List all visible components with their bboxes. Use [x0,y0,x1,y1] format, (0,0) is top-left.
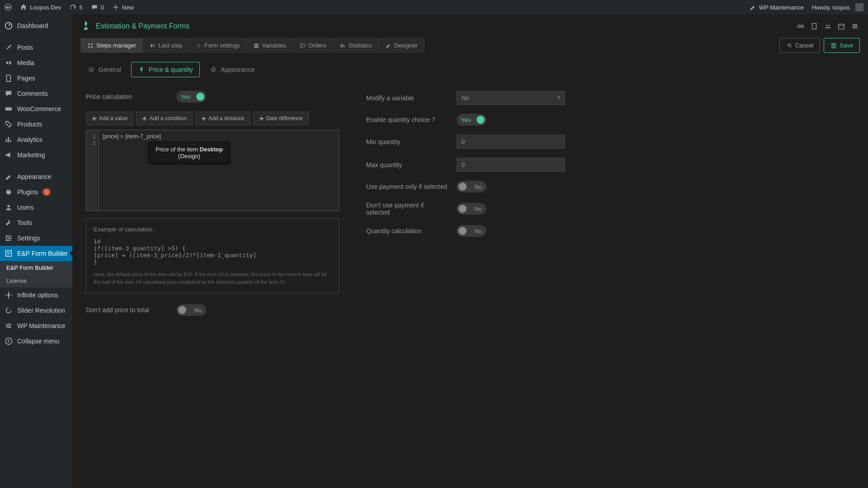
toolbar-laststep[interactable]: Last step [143,38,189,52]
svg-point-19 [198,44,199,46]
svg-rect-15 [91,43,93,45]
toolbar-designer[interactable]: Designer [379,38,424,52]
svg-rect-14 [88,43,90,45]
svg-rect-18 [154,43,154,47]
tab-general[interactable]: General [81,62,127,77]
tab-appearance[interactable]: Appearance [203,62,261,77]
tooltip: Price of the item Desktop(Design) [149,142,230,164]
svg-point-25 [90,69,92,70]
label-min-qty: Min quantity [366,138,448,145]
avatar [855,3,863,11]
label-max-qty: Max quantity [366,161,448,169]
sidebar-slider[interactable]: Slider Revolution [0,303,72,318]
svg-rect-13 [839,24,844,29]
updates-link[interactable]: 5 [69,4,82,11]
label-use-payment: Use payment only if selected [366,183,448,190]
document-icon[interactable] [810,22,818,30]
example-note: Here, the default price of the item will… [94,271,331,286]
toolbar-statistics[interactable]: Statistics [333,38,379,52]
toggle-dont-add[interactable]: No [176,304,206,316]
tab-price[interactable]: Price & quantity [131,62,200,77]
label-dont-add: Don't add price to total [86,306,167,314]
svg-rect-21 [254,45,259,46]
calendar-icon[interactable] [837,22,845,30]
svg-rect-23 [300,43,305,47]
label-enable-qty: Enable quantity choice ? [366,116,448,123]
sidebar-appearance[interactable]: Appearance [0,169,72,184]
svg-point-7 [5,338,12,344]
input-min-qty[interactable] [457,135,565,149]
sidebar-plugins[interactable]: Plugins1 [0,184,72,200]
add-distance-button[interactable]: Add a distance [195,112,250,125]
plugins-badge: 1 [42,188,51,196]
svg-point-2 [6,61,9,64]
add-condition-button[interactable]: Add a condition [136,112,193,125]
howdy-link[interactable]: Howdy, loopus [812,3,863,11]
add-value-button[interactable]: Add a value [86,112,133,125]
example-box: Example of calculation : 10 if([item-3_q… [86,218,339,293]
sidebar-media[interactable]: Media [0,55,72,70]
toggle-price-calc[interactable]: Yes [176,91,206,103]
sidebar-infinite[interactable]: Infinite options [0,287,72,303]
toggle-enable-qty[interactable]: Yes [457,114,486,126]
svg-rect-22 [254,47,259,47]
sidebar-settings[interactable]: Settings [0,230,72,246]
toolbar-orders[interactable]: Orders [293,38,333,52]
sidebar-dashboard[interactable]: Dashboard [0,18,72,33]
sidebar-pages[interactable]: Pages [0,70,72,86]
site-link[interactable]: Loopus Dev [20,4,61,11]
plugin-logo-icon [81,20,90,33]
sidebar-epform-sub[interactable]: E&P Form Builder [0,261,72,274]
sidebar-epform[interactable]: E&P Form Builder [0,246,72,261]
sidebar-marketing[interactable]: Marketing [0,147,72,163]
code-editor[interactable]: 12 [price] = [item-7_price] Price of the… [86,130,339,211]
sidebar-posts[interactable]: Posts [0,40,72,55]
sidebar-tools[interactable]: Tools [0,215,72,230]
code-text: [price] = [item-7_price] [103,133,161,140]
admin-topbar: Loopus Dev 5 0 New WP Maintenance Howdy,… [0,0,868,14]
svg-point-8 [798,25,800,27]
toolbar-variables[interactable]: Variables [247,38,293,52]
sidebar-collapse[interactable]: Collapse menu [0,333,72,349]
wpm-link[interactable]: WP Maintenance [749,4,804,11]
sidebar-analytics[interactable]: Analytics [0,132,72,147]
label-dont-use-payment: Don't use payment if selected [366,202,448,216]
sidebar-license[interactable]: License [0,274,72,287]
svg-point-4 [7,205,9,207]
cancel-button[interactable]: Cancel [779,38,820,53]
line-gutter: 12 [86,130,99,211]
toggle-qty-calc[interactable]: No [457,225,486,237]
content-area: Estimation & Payment Forms Steps manager… [72,14,868,488]
svg-point-12 [828,24,830,26]
admin-sidebar: Dashboard Posts Media Pages Comments Woo… [0,14,72,488]
svg-point-9 [801,25,803,27]
date-diff-button[interactable]: Date difference [253,112,309,125]
save-button[interactable]: Save [824,38,860,53]
wp-logo[interactable] [5,4,12,11]
svg-rect-10 [812,23,816,29]
sidebar-products[interactable]: Products [0,117,72,132]
toolbar-formsettings[interactable]: Form settings [189,38,247,52]
label-modify-var: Modify a variable [366,94,448,102]
sidebar-woo[interactable]: WooCommerce [0,101,72,117]
label-price-calc: Price calculation [86,93,167,100]
users-icon[interactable] [824,22,832,30]
svg-rect-20 [254,43,259,44]
svg-rect-3 [5,107,12,110]
toggle-use-payment[interactable]: No [457,181,486,192]
example-code: 10 if([item-3_quantity] >5) { [price] = … [94,238,331,265]
svg-point-6 [7,294,9,296]
label-qty-calc: Quantity calculation [366,227,448,235]
sidebar-comments[interactable]: Comments [0,86,72,101]
input-max-qty[interactable] [457,158,565,172]
toolbar-steps[interactable]: Steps manager [81,38,143,52]
gear-icon[interactable] [797,22,805,30]
sidebar-wpm[interactable]: WP Maintenance [0,318,72,333]
comments-link[interactable]: 0 [91,4,104,11]
sidebar-users[interactable]: Users [0,200,72,215]
example-title: Example of calculation : [94,226,331,233]
new-link[interactable]: New [112,4,134,11]
select-modify-var[interactable]: No [457,91,565,105]
toggle-dont-use-payment[interactable]: No [457,203,486,215]
list-icon[interactable] [851,22,859,30]
